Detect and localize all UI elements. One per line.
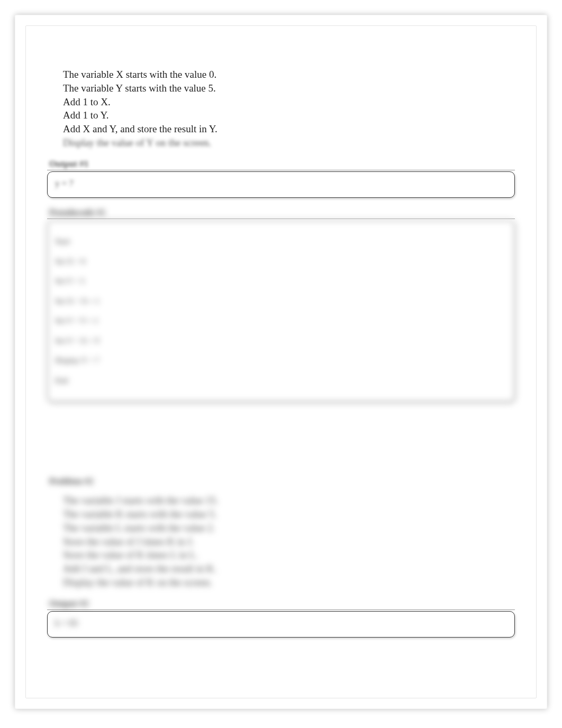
instruction-line: Display the value of Y on the screen. [63, 136, 515, 149]
pseudocode-box-1: Start Set X = 0 Set Y = 5 Set X = X + 1 … [47, 220, 515, 403]
instruction-line: Add J and L, and store the result in K. [63, 562, 515, 575]
instruction-line: Add 1 to Y. [63, 109, 515, 122]
code-line: Start [55, 236, 507, 247]
problem-2-heading: Problem #2 [47, 476, 515, 487]
instruction-line: Add X and Y, and store the result in Y. [63, 123, 515, 135]
instruction-line: Add 1 to X. [63, 96, 515, 108]
page-frame: The variable X starts with the value 0. … [15, 15, 547, 709]
problem-1: The variable X starts with the value 0. … [47, 68, 515, 402]
instruction-line: Store the value of J times K in J. [63, 535, 515, 548]
pseudocode-label: Pseudocode #1 [47, 207, 515, 218]
code-line: Set Y = Y + 1 [55, 316, 507, 326]
instruction-line: The variable X starts with the value 0. [63, 68, 515, 81]
problem-1-instructions: The variable X starts with the value 0. … [47, 68, 515, 149]
output-box-1: y = 7 [47, 171, 515, 198]
output-label: Output #1 [47, 159, 515, 169]
divider [47, 170, 515, 170]
code-line: Set X = 0 [55, 257, 507, 267]
code-line: Set Y = X + Y [55, 336, 507, 346]
divider [47, 609, 515, 610]
problem-2-instructions: The variable J starts with the value 15.… [47, 494, 515, 588]
code-line: Set X = X + 1 [55, 296, 507, 306]
instruction-line: The variable J starts with the value 15. [63, 494, 515, 507]
output-label: Output #2 [47, 598, 515, 609]
instruction-line: Display the value of K on the screen. [63, 576, 515, 589]
divider [47, 219, 515, 219]
instruction-line: The variable Y starts with the value 5. [63, 82, 515, 95]
instruction-line: Store the value of K times L in L. [63, 549, 515, 561]
output-value: k = 85 [55, 618, 78, 628]
page-content: The variable X starts with the value 0. … [25, 25, 537, 698]
instruction-line: The variable K starts with the value 5. [63, 508, 515, 521]
code-line: Display Y = 7 [55, 356, 507, 366]
output-box-2: k = 85 [47, 611, 515, 638]
code-line: Set Y = 5 [55, 276, 507, 286]
code-line: End [55, 376, 507, 386]
instruction-line: The variable L starts with the value 2. [63, 522, 515, 534]
problem-2: Problem #2 The variable J starts with th… [47, 476, 515, 637]
output-value: y = 7 [55, 178, 74, 188]
